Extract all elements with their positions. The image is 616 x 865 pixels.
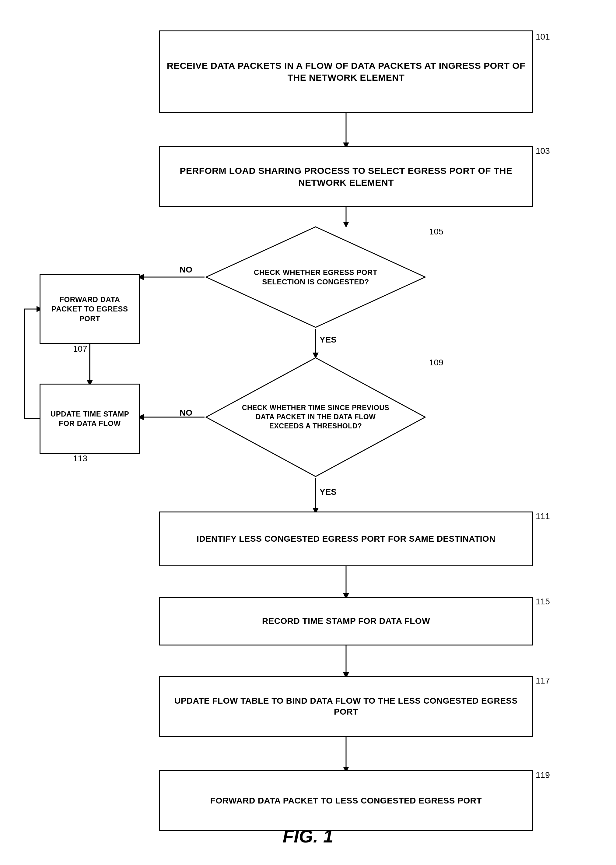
figure-label: FIG. 1	[283, 826, 333, 847]
box-117: UPDATE FLOW TABLE TO BIND DATA FLOW TO T…	[159, 676, 533, 737]
ref-105: 105	[429, 227, 443, 237]
diamond-105: CHECK WHETHER EGRESS PORT SELECTION IS C…	[204, 225, 427, 329]
ref-115: 115	[536, 597, 550, 607]
ref-109: 109	[429, 358, 443, 368]
label-yes-105: YES	[319, 335, 336, 344]
label-no-105: NO	[179, 265, 192, 275]
ref-101: 101	[536, 32, 550, 42]
box-101: RECEIVE DATA PACKETS IN A FLOW OF DATA P…	[159, 30, 533, 113]
box-111: IDENTIFY LESS CONGESTED EGRESS PORT FOR …	[159, 511, 533, 566]
box-103: PERFORM LOAD SHARING PROCESS TO SELECT E…	[159, 146, 533, 207]
flowchart-diagram: RECEIVE DATA PACKETS IN A FLOW OF DATA P…	[0, 0, 616, 865]
ref-103: 103	[536, 146, 550, 156]
ref-119: 119	[536, 770, 550, 780]
label-yes-109: YES	[319, 487, 336, 497]
ref-111: 111	[536, 511, 550, 521]
box-113: UPDATE TIME STAMP FOR DATA FLOW	[39, 384, 140, 454]
box-119: FORWARD DATA PACKET TO LESS CONGESTED EG…	[159, 770, 533, 831]
ref-113: 113	[73, 454, 87, 463]
ref-117: 117	[536, 676, 550, 686]
ref-107: 107	[73, 344, 87, 354]
label-no-109: NO	[179, 408, 192, 418]
box-107: FORWARD DATA PACKET TO EGRESS PORT	[39, 274, 140, 344]
box-115: RECORD TIME STAMP FOR DATA FLOW	[159, 597, 533, 645]
diamond-109: CHECK WHETHER TIME SINCE PREVIOUS DATA P…	[204, 356, 427, 478]
